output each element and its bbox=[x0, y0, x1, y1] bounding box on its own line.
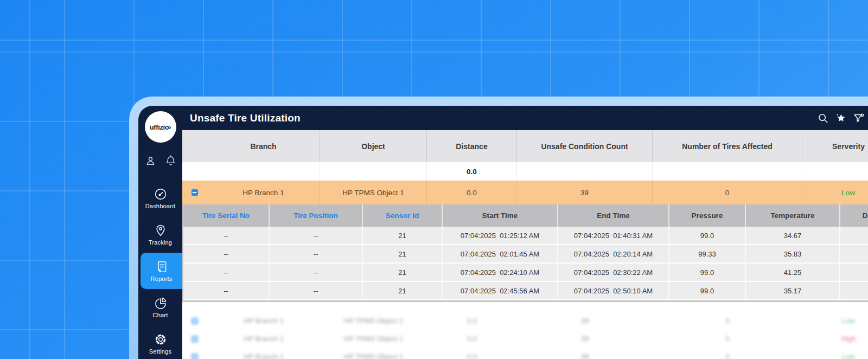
sidebar-item-reports[interactable]: Reports bbox=[141, 253, 182, 289]
expand-button[interactable] bbox=[192, 318, 198, 324]
start-time-cell: 07:04:2025 01:25:12 AM bbox=[443, 227, 558, 245]
col-number-of-tires-affected: Number of Tires Affected bbox=[653, 130, 802, 162]
tire-position-cell: -- bbox=[270, 282, 363, 300]
expander-cell bbox=[182, 312, 207, 330]
expand-button[interactable] bbox=[192, 336, 198, 342]
tire-subtable-row[interactable]: ----2107:04:2025 01:25:12 AM07:04:2025 0… bbox=[183, 227, 868, 245]
tire-subtable-row[interactable]: ----2107:04:2025 02:45:56 AM07:04:2025 0… bbox=[183, 282, 868, 300]
branch-cell: HP Branch 1 bbox=[207, 348, 320, 359]
tire-subtable-header: Tire Serial No Tire Position Sensor Id S… bbox=[183, 204, 868, 227]
settings-gear-icon bbox=[154, 332, 168, 347]
chart-pie-icon bbox=[154, 296, 168, 310]
tires-affected-cell: 0 bbox=[653, 348, 802, 359]
filter-icon[interactable] bbox=[853, 112, 865, 124]
sensor-id-cell: 21 bbox=[363, 264, 443, 282]
temperature-cell: 41.25 bbox=[746, 264, 840, 282]
summary-tires-cell bbox=[653, 162, 802, 181]
dashboard-speedometer-icon bbox=[154, 187, 168, 201]
severity-cell: Low bbox=[802, 348, 868, 359]
collapse-button[interactable] bbox=[192, 189, 198, 196]
summary-count-cell bbox=[517, 162, 653, 181]
pressure-cell: 99.33 bbox=[669, 245, 746, 264]
report-table-row-collapsed[interactable]: HP Branch 1HP TPMS Object 10.0390Low bbox=[182, 348, 868, 359]
branch-cell: HP Branch 1 bbox=[207, 181, 320, 204]
tire-position-cell: -- bbox=[270, 227, 363, 245]
start-time-cell: 07:04:2025 02:01:45 AM bbox=[443, 245, 558, 264]
tire-position-cell: -- bbox=[270, 245, 363, 264]
sidebar-item-label: Dashboard bbox=[145, 203, 176, 209]
sidebar-menu: Dashboard Tracking Reports bbox=[138, 180, 182, 359]
logo-text: uffizio› bbox=[150, 123, 171, 131]
object-cell: HP TPMS Object 1 bbox=[320, 181, 427, 204]
summary-expander-cell bbox=[182, 162, 207, 181]
sidebar-item-tracking[interactable]: Tracking bbox=[138, 216, 182, 253]
end-time-cell: 07:04:2025 02:50:10 AM bbox=[558, 282, 669, 300]
start-time-cell: 07:04:2025 02:45:56 AM bbox=[443, 282, 558, 300]
sidebar-item-chart[interactable]: Chart bbox=[138, 289, 182, 325]
summary-row: 0.0 bbox=[182, 162, 868, 181]
tire-serial-cell: -- bbox=[183, 245, 270, 264]
search-icon[interactable] bbox=[817, 112, 829, 124]
pressure-cell: 99.0 bbox=[669, 264, 746, 282]
col-sub-distance: Distance bbox=[840, 204, 868, 227]
user-icon[interactable] bbox=[144, 155, 157, 167]
distance-cell: 0.0 bbox=[427, 330, 517, 348]
favorite-star-icon[interactable] bbox=[835, 112, 847, 124]
sensor-id-cell: 21 bbox=[363, 282, 443, 300]
titlebar-actions bbox=[817, 106, 868, 130]
object-cell: HP TPMS Object 1 bbox=[320, 348, 427, 359]
sidebar-item-settings[interactable]: Settings bbox=[138, 325, 182, 359]
page-title: Unsafe Tire Utilization bbox=[190, 112, 301, 124]
tire-subtable-row[interactable]: ----2107:04:2025 02:24:10 AM07:04:2025 0… bbox=[183, 264, 868, 282]
reports-document-icon bbox=[155, 260, 169, 274]
distance-cell: 0.0 bbox=[840, 282, 868, 300]
distance-cell: 0.0 bbox=[427, 312, 517, 330]
report-table-row-collapsed[interactable]: HP Branch 1HP TPMS Object 10.0390High bbox=[182, 330, 868, 348]
col-sensor-id[interactable]: Sensor Id bbox=[363, 204, 443, 227]
col-distance: Distance bbox=[427, 130, 517, 162]
expander-cell bbox=[182, 330, 207, 348]
sidebar-item-label: Reports bbox=[151, 275, 173, 282]
uffizio-logo[interactable]: uffizio› bbox=[145, 111, 176, 143]
sidebar-item-label: Chart bbox=[153, 312, 168, 318]
summary-severity-cell bbox=[802, 162, 868, 181]
temperature-cell: 34.67 bbox=[746, 227, 840, 245]
report-table-header: Branch Object Distance Unsafe Condition … bbox=[182, 130, 868, 162]
distance-cell: 0.0 bbox=[427, 348, 517, 359]
tire-subtable-body: ----2107:04:2025 01:25:12 AM07:04:2025 0… bbox=[183, 227, 868, 300]
col-tire-serial-no[interactable]: Tire Serial No bbox=[183, 204, 270, 227]
collapsed-rows-section: HP Branch 1HP TPMS Object 10.0390LowHP B… bbox=[182, 312, 868, 359]
unsafe-condition-count-cell: 39 bbox=[517, 312, 653, 330]
titlebar: Unsafe Tire Utilization bbox=[182, 106, 868, 130]
expand-button[interactable] bbox=[192, 354, 198, 359]
tire-subtable: Tire Serial No Tire Position Sensor Id S… bbox=[182, 204, 868, 302]
tire-subtable-row[interactable]: ----2107:04:2025 02:01:45 AM07:04:2025 0… bbox=[183, 245, 868, 264]
temperature-cell: 35.83 bbox=[746, 245, 840, 264]
expander-cell bbox=[182, 348, 207, 359]
branch-cell: HP Branch 1 bbox=[207, 312, 320, 330]
col-tire-position[interactable]: Tire Position bbox=[270, 204, 363, 227]
expander-cell bbox=[182, 181, 207, 204]
notifications-bell-icon[interactable] bbox=[164, 155, 177, 167]
sidebar-item-dashboard[interactable]: Dashboard bbox=[138, 180, 182, 216]
end-time-cell: 07:04:2025 02:30:22 AM bbox=[558, 264, 669, 282]
sidebar-item-label: Settings bbox=[149, 348, 171, 355]
tires-affected-cell: 0 bbox=[653, 330, 802, 348]
pressure-cell: 99.0 bbox=[669, 227, 746, 245]
report-table-row-expanded[interactable]: HP Branch 1 HP TPMS Object 1 0.0 39 0 Lo… bbox=[182, 181, 868, 204]
end-time-cell: 07:04:2025 02:20:14 AM bbox=[558, 245, 669, 264]
sidebar: uffizio› Dashboard bbox=[138, 106, 182, 359]
report-table-row-collapsed[interactable]: HP Branch 1HP TPMS Object 10.0390Low bbox=[182, 312, 868, 330]
distance-cell: 0.0 bbox=[427, 181, 517, 204]
distance-cell: 0.0 bbox=[840, 245, 868, 264]
unsafe-condition-count-cell: 39 bbox=[517, 348, 653, 359]
tire-serial-cell: -- bbox=[183, 282, 270, 300]
app-window: uffizio› Dashboard bbox=[138, 106, 868, 359]
unsafe-condition-count-cell: 39 bbox=[517, 181, 653, 204]
object-cell: HP TPMS Object 1 bbox=[320, 330, 427, 348]
sensor-id-cell: 21 bbox=[363, 245, 443, 264]
col-severity: Serverity bbox=[802, 130, 868, 162]
pressure-cell: 99.0 bbox=[669, 282, 746, 300]
start-time-cell: 07:04:2025 02:24:10 AM bbox=[443, 264, 558, 282]
unsafe-condition-count-cell: 39 bbox=[517, 330, 653, 348]
